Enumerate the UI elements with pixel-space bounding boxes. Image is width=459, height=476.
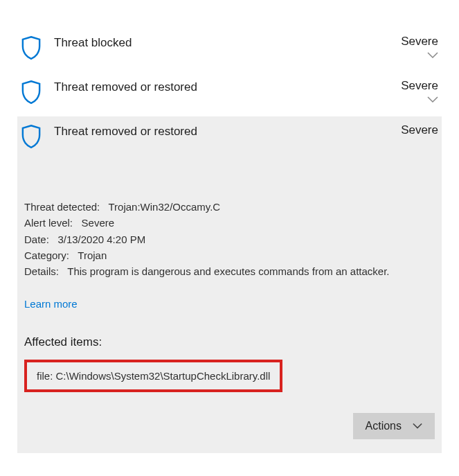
chevron-down-icon xyxy=(413,420,422,432)
shield-icon xyxy=(21,36,42,60)
category-value: Trojan xyxy=(78,249,107,261)
learn-more-link[interactable]: Learn more xyxy=(24,296,78,312)
detail-line: Alert level: Severe xyxy=(24,215,435,231)
affected-items-heading: Affected items: xyxy=(24,333,435,351)
chevron-down-icon[interactable] xyxy=(401,51,438,60)
details-value: This program is dangerous and executes c… xyxy=(67,265,389,277)
threat-history-list: Threat blocked Severe Threat removed or … xyxy=(0,0,459,453)
detail-line: Threat detected: Trojan:Win32/Occamy.C xyxy=(24,199,435,215)
threat-row[interactable]: Threat removed or restored Severe xyxy=(17,72,442,116)
threat-row-expanded[interactable]: Threat removed or restored Severe xyxy=(17,116,442,161)
shield-icon xyxy=(21,125,42,148)
severity-label: Severe xyxy=(401,79,438,93)
details-label: Details: xyxy=(24,265,59,277)
date-value: 3/13/2020 4:20 PM xyxy=(57,233,145,245)
actions-row: Actions xyxy=(24,413,435,439)
detail-line: Details: This program is dangerous and e… xyxy=(24,263,435,279)
threat-details: Threat detected: Trojan:Win32/Occamy.C A… xyxy=(24,161,435,439)
threat-details-panel: Threat detected: Trojan:Win32/Occamy.C A… xyxy=(17,161,442,453)
actions-button-label: Actions xyxy=(366,420,402,432)
severity-wrap: Severe xyxy=(401,35,438,60)
date-label: Date: xyxy=(24,233,49,245)
detail-line: Date: 3/13/2020 4:20 PM xyxy=(24,231,435,247)
detected-value: Trojan:Win32/Occamy.C xyxy=(108,201,220,213)
threat-row[interactable]: Threat blocked Severe xyxy=(17,28,442,72)
severity-wrap: Severe xyxy=(401,123,438,137)
threat-title: Threat removed or restored xyxy=(54,123,401,139)
alert-level-value: Severe xyxy=(82,217,115,229)
affected-item-path: file: C:\Windows\System32\StartupCheckLi… xyxy=(24,360,282,392)
severity-label: Severe xyxy=(401,123,438,137)
threat-title: Threat blocked xyxy=(54,35,401,50)
shield-icon xyxy=(21,80,42,104)
alert-level-label: Alert level: xyxy=(24,217,73,229)
severity-wrap: Severe xyxy=(401,79,438,104)
chevron-down-icon[interactable] xyxy=(401,96,438,104)
detected-label: Threat detected: xyxy=(24,201,100,213)
severity-label: Severe xyxy=(401,35,438,49)
threat-title: Threat removed or restored xyxy=(54,79,401,94)
actions-button[interactable]: Actions xyxy=(353,413,435,439)
detail-line: Category: Trojan xyxy=(24,247,435,263)
category-label: Category: xyxy=(24,249,69,261)
